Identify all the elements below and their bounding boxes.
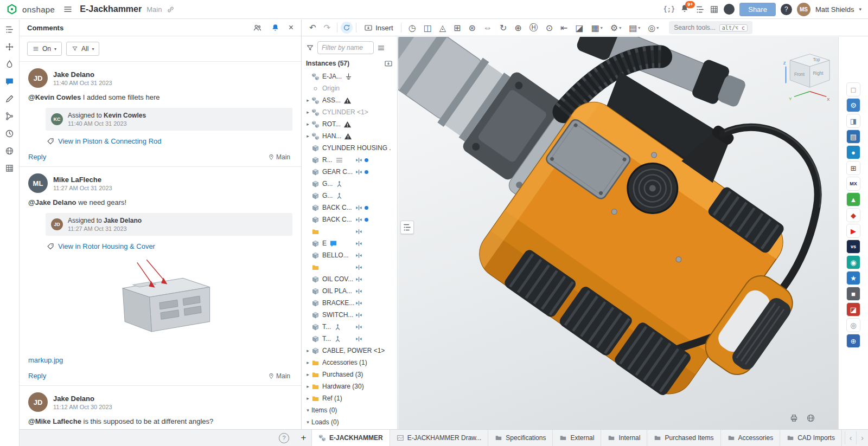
app-shortcut-icon[interactable]: ■ xyxy=(846,287,860,301)
comments-filter-dropdown[interactable]: All ▾ xyxy=(66,42,99,56)
view-cube-front-label[interactable]: Front xyxy=(794,72,805,77)
instance-row[interactable]: BACK C... xyxy=(302,202,397,214)
app-store-icon[interactable] xyxy=(710,5,719,14)
expand-arrow-icon[interactable]: ▸ xyxy=(304,360,311,365)
app-shortcut-icon[interactable]: ◪ xyxy=(846,302,860,316)
outline-panel-icon[interactable] xyxy=(3,23,16,36)
versions-panel-icon[interactable] xyxy=(3,109,16,122)
redo-icon[interactable]: ↷ xyxy=(321,23,334,33)
app-shortcut-icon[interactable]: ★ xyxy=(846,271,860,285)
instance-row[interactable]: T... xyxy=(302,321,397,333)
instance-row[interactable]: ▸ CYLINDER <1> xyxy=(302,106,397,118)
app-shortcut-icon[interactable]: ◎ xyxy=(846,318,860,332)
expand-arrow-icon[interactable]: ▾ xyxy=(304,419,311,425)
learning-center-icon[interactable] xyxy=(724,4,735,15)
group-icon[interactable]: ◫ xyxy=(420,21,436,35)
display-options-icon[interactable]: ▦ ▾ xyxy=(588,21,607,35)
instance-row[interactable]: R... xyxy=(302,154,397,166)
app-shortcut-icon[interactable]: ◆ xyxy=(846,208,860,222)
tables-icon[interactable]: ▤ ▾ xyxy=(625,21,644,35)
instance-row[interactable] xyxy=(302,225,397,237)
instance-row[interactable]: OIL PLA... xyxy=(302,285,397,297)
expand-arrow-icon[interactable]: ▸ xyxy=(304,109,311,115)
reply-link[interactable]: Reply xyxy=(28,153,46,161)
reference-manager-icon[interactable] xyxy=(695,5,705,14)
expand-arrow-icon[interactable]: ▸ xyxy=(304,133,311,139)
resolved-filter-toggle[interactable]: On ▾ xyxy=(27,42,62,56)
new-tab-button[interactable]: + xyxy=(296,430,312,446)
instance-row[interactable]: G... xyxy=(302,190,397,202)
snapshot-icon[interactable]: ⊙ xyxy=(542,21,557,35)
workspace-name[interactable]: Main xyxy=(146,5,162,14)
markup-image[interactable] xyxy=(93,256,228,351)
add-instance-icon[interactable] xyxy=(384,59,393,68)
reply-link[interactable]: Reply xyxy=(28,372,46,380)
mate-connector-icon[interactable]: ◬ xyxy=(436,21,450,35)
viewport-3d[interactable]: Top Front Right Z X Y xyxy=(398,37,838,429)
document-tab[interactable]: Specifications xyxy=(488,430,553,446)
configurations-panel-icon[interactable] xyxy=(3,40,16,53)
app-shortcut-icon[interactable]: ⊕ xyxy=(846,334,860,348)
print-icon[interactable] xyxy=(789,413,799,423)
instance-row[interactable]: ▸ Hardware (30) xyxy=(302,380,397,392)
instance-row[interactable]: ▸ ASS... xyxy=(302,94,397,106)
rotate-icon[interactable]: ↻ xyxy=(496,21,510,35)
feature-script-icon[interactable]: {;} xyxy=(663,5,675,13)
instance-row[interactable]: E xyxy=(302,237,397,249)
comment-context-link[interactable]: View in Rotor Housing & Cover xyxy=(47,242,292,250)
notifications-bell-icon[interactable]: 9+ xyxy=(680,4,691,15)
instance-row[interactable]: BACK C... xyxy=(302,214,397,225)
document-tab[interactable]: E-JACKHAMMER Draw... xyxy=(390,430,489,446)
linear-pattern-icon[interactable]: ⊞ xyxy=(450,21,464,35)
tables-panel-icon[interactable] xyxy=(3,161,16,174)
instance-row[interactable]: BELLO... xyxy=(302,249,397,261)
instance-row[interactable]: ▸ Accessories (1) xyxy=(302,357,397,369)
instance-row[interactable]: ▸ HAN... xyxy=(302,130,397,142)
notifications-toggle-icon[interactable] xyxy=(271,23,280,33)
close-icon[interactable]: × xyxy=(289,23,293,32)
filter-by-name-input[interactable] xyxy=(317,41,374,54)
transform-icon[interactable]: ⇔ xyxy=(480,21,496,35)
comments-panel-icon[interactable] xyxy=(3,75,16,88)
instance-row[interactable]: G... xyxy=(302,178,397,190)
share-link-icon[interactable] xyxy=(167,5,175,14)
comment-card[interactable]: JD Jake Delano 11:40 AM Oct 31 2023 @Kev… xyxy=(20,62,301,167)
main-menu-icon[interactable] xyxy=(63,4,73,14)
comment-context-link[interactable]: View in Piston & Connecting Rod xyxy=(47,137,292,145)
named-positions-icon[interactable]: Ⓗ xyxy=(526,21,542,35)
properties-panel-icon[interactable] xyxy=(3,92,16,105)
document-tab[interactable]: External xyxy=(553,430,601,446)
circular-pattern-icon[interactable]: ⊛ xyxy=(464,21,479,35)
instance-row[interactable]: ▸ Purchased (3) xyxy=(302,369,397,380)
share-button[interactable]: Share xyxy=(739,3,776,16)
user-name[interactable]: Matt Shields xyxy=(815,5,854,14)
app-shortcut-icon[interactable]: ◨ xyxy=(846,114,860,128)
instance-row[interactable]: ▸ ROT... xyxy=(302,118,397,130)
undo-icon[interactable]: ↶ xyxy=(306,23,320,33)
expand-arrow-icon[interactable]: ▸ xyxy=(304,384,311,389)
instance-row[interactable]: GEAR C... xyxy=(302,166,397,178)
expand-arrow-icon[interactable]: ▸ xyxy=(304,372,311,377)
search-tools-input[interactable]: Search tools... alt/⌥ c xyxy=(669,21,752,34)
comment-attachment[interactable]: markup.jpg xyxy=(28,256,292,364)
jackhammer-model[interactable] xyxy=(398,37,838,429)
instance-row[interactable]: BRACKE... xyxy=(302,297,397,309)
section-view-icon[interactable]: ◪ xyxy=(572,21,588,35)
history-panel-icon[interactable] xyxy=(3,127,16,140)
view-cube-top-label[interactable]: Top xyxy=(813,57,820,62)
app-shortcut-icon[interactable]: ▶ xyxy=(846,224,860,238)
tab-scroll-right-icon[interactable]: › xyxy=(856,431,868,444)
expand-arrow-icon[interactable]: ▾ xyxy=(304,408,311,413)
instance-row[interactable]: ▸ CABLE, POWER <1> xyxy=(302,345,397,357)
app-shortcut-icon[interactable]: ⚙ xyxy=(846,98,860,112)
expand-arrow-icon[interactable]: ▸ xyxy=(304,396,311,401)
view-cube-right-label[interactable]: Right xyxy=(813,71,824,76)
comment-card[interactable]: JD Jake Delano 11:12 AM Oct 30 2023 @Mik… xyxy=(20,386,301,429)
mate-icon[interactable]: ◷ xyxy=(405,21,420,35)
instance-row[interactable]: ▸ Ref (1) xyxy=(302,392,397,404)
instance-row[interactable]: OIL COV... xyxy=(302,273,397,285)
measure-icon[interactable]: ⇤ xyxy=(557,21,571,35)
attachment-link[interactable]: markup.jpg xyxy=(28,356,292,364)
app-shortcut-icon[interactable]: vs xyxy=(846,240,860,254)
expand-arrow-icon[interactable]: ▸ xyxy=(304,121,311,127)
